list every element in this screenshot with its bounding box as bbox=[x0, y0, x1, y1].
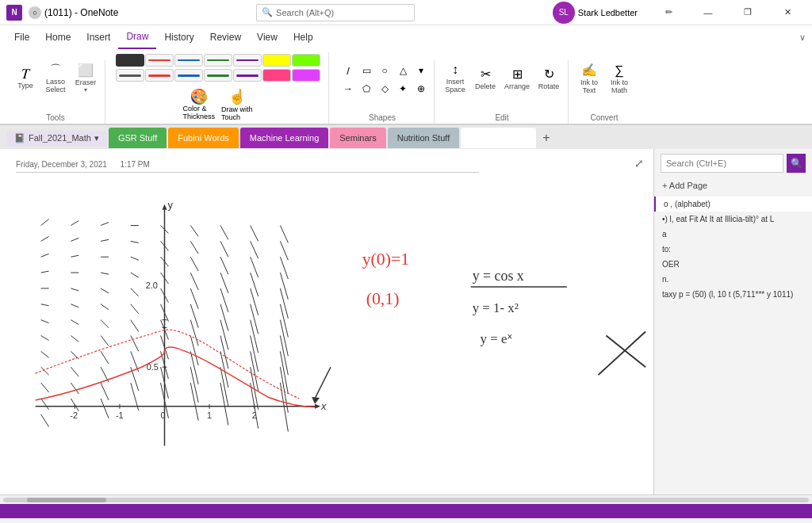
color-thickness-button[interactable]: 🎨 Color &Thickness bbox=[179, 86, 218, 123]
delete-label: Delete bbox=[475, 82, 496, 90]
pen-style-1[interactable] bbox=[116, 69, 144, 82]
ink-to-text-label: Ink toText bbox=[580, 78, 598, 94]
pen-wave-green[interactable] bbox=[204, 54, 232, 67]
pen-dark-solid[interactable] bbox=[116, 54, 144, 67]
highlighter-purple[interactable] bbox=[292, 69, 320, 82]
svg-line-98 bbox=[280, 320, 288, 357]
pen-style-3[interactable] bbox=[174, 69, 203, 82]
page-item-3[interactable]: to: bbox=[654, 242, 812, 257]
svg-line-10 bbox=[41, 383, 49, 392]
pen-style-5[interactable] bbox=[233, 69, 262, 82]
svg-line-66 bbox=[190, 336, 198, 366]
pen-wave-blue[interactable] bbox=[174, 54, 203, 67]
ribbon-tabs: File Home Insert Draw History Review Vie… bbox=[0, 25, 812, 49]
tab-draw[interactable]: Draw bbox=[118, 25, 156, 49]
minimize-button[interactable]: — bbox=[690, 0, 726, 25]
insert-space-label: InsertSpace bbox=[445, 78, 465, 94]
convert-label: Convert bbox=[591, 113, 619, 124]
lasso-select-button[interactable]: ⌒ LassoSelect bbox=[41, 60, 70, 96]
ribbon-group-pens: 🎨 Color &Thickness ☝ Draw withTouch bbox=[107, 52, 329, 124]
touch-icon: ☝ bbox=[228, 88, 246, 105]
page-item-6[interactable]: taxy p = (50) (l, 10 t (5,711*** y 1011) bbox=[654, 287, 812, 302]
section-tab-new[interactable]: New Section 1 bbox=[461, 128, 536, 148]
maximize-button[interactable]: ❐ bbox=[730, 0, 766, 25]
tab-insert[interactable]: Insert bbox=[79, 25, 118, 49]
svg-line-60 bbox=[190, 241, 198, 254]
ribbon-expand[interactable]: ∨ bbox=[799, 32, 806, 43]
equation-y0: y(0)=1 bbox=[362, 250, 410, 269]
close-button[interactable]: ✕ bbox=[769, 0, 806, 25]
highlighter-yellow[interactable] bbox=[262, 54, 291, 67]
pen-row-1 bbox=[116, 54, 320, 67]
user-name: Stark Ledbetter bbox=[578, 8, 638, 17]
section-tab-seminars[interactable]: Seminars bbox=[330, 128, 385, 148]
eraser-button[interactable]: ⬜ Eraser ▾ bbox=[71, 60, 100, 96]
page-item-5[interactable]: n. bbox=[654, 272, 812, 287]
pen-wave-red[interactable] bbox=[145, 54, 174, 67]
shape-more[interactable]: ⊕ bbox=[410, 80, 432, 97]
page-item-2[interactable]: a bbox=[654, 227, 812, 242]
notebook-tab[interactable]: 📓 Fall_2021_Math ▾ bbox=[6, 131, 107, 146]
section-tab-fubini[interactable]: Fubini Words bbox=[168, 128, 239, 148]
cross-line-2 bbox=[599, 332, 646, 376]
title-search: 🔍 Search (Alt+Q) bbox=[118, 4, 552, 21]
section-tab-nutrition[interactable]: Nutrition Stuff bbox=[388, 128, 459, 148]
pen-row-2 bbox=[116, 69, 320, 82]
notebook-icon: 📓 bbox=[14, 133, 25, 143]
eraser-icon: ⬜ bbox=[78, 63, 94, 78]
highlighter-pink[interactable] bbox=[262, 69, 291, 82]
section-tab-ml[interactable]: Machine Learning bbox=[240, 128, 328, 148]
svg-line-2 bbox=[41, 254, 49, 257]
rotate-button[interactable]: ↻ Rotate bbox=[534, 64, 563, 93]
insert-space-button[interactable]: ↕ InsertSpace bbox=[441, 60, 469, 96]
tab-help[interactable]: Help bbox=[285, 25, 321, 49]
tab-view[interactable]: View bbox=[249, 25, 285, 49]
label-0: 0 bbox=[161, 410, 166, 420]
svg-line-62 bbox=[190, 273, 198, 290]
section-tab-gsr[interactable]: GSR Stuff bbox=[109, 128, 167, 148]
add-page-button[interactable]: + Add Page bbox=[654, 178, 812, 193]
pen-style-4[interactable] bbox=[204, 69, 232, 82]
color-thickness-area: 🎨 Color &Thickness ☝ Draw withTouch bbox=[179, 86, 255, 124]
tab-file[interactable]: File bbox=[6, 25, 37, 49]
ink-to-text-button[interactable]: ✍ Ink toText bbox=[575, 60, 603, 97]
note-time: 1:17 PM bbox=[121, 160, 150, 169]
svg-line-31 bbox=[101, 320, 109, 328]
svg-line-97 bbox=[280, 304, 288, 338]
draw-with-touch-button[interactable]: ☝ Draw withTouch bbox=[218, 86, 256, 124]
shapes-expand[interactable]: ▾ bbox=[410, 62, 432, 79]
horizontal-scrollbar[interactable] bbox=[0, 494, 812, 504]
svg-line-22 bbox=[71, 367, 79, 376]
svg-line-32 bbox=[101, 336, 109, 346]
color-label: Color &Thickness bbox=[182, 105, 215, 120]
page-item-0[interactable]: o , (alphabet) bbox=[654, 197, 812, 212]
ink-to-math-button[interactable]: ∑ Ink toMath bbox=[605, 61, 634, 97]
pen-wave-purple[interactable] bbox=[233, 54, 262, 67]
arrange-button[interactable]: ⊞ Arrange bbox=[501, 64, 533, 93]
pen-icon-btn[interactable]: ✏ bbox=[650, 0, 687, 25]
svg-line-42 bbox=[131, 304, 139, 314]
arrow-doodle bbox=[315, 367, 331, 399]
tab-history[interactable]: History bbox=[156, 25, 201, 49]
page-item-1[interactable]: •) l, eat Fit At It at Illicia-tilt)° at… bbox=[654, 212, 812, 227]
tab-review[interactable]: Review bbox=[202, 25, 249, 49]
add-section-button[interactable]: + bbox=[538, 131, 554, 145]
shapes-label: Shapes bbox=[369, 113, 396, 124]
delete-button[interactable]: ✂ Delete bbox=[471, 64, 500, 93]
scroll-thumb[interactable] bbox=[27, 498, 106, 502]
tools-items: 𝑇 Type ⌒ LassoSelect ⬜ Eraser ▾ bbox=[11, 60, 100, 96]
svg-line-72 bbox=[220, 257, 228, 274]
page-item-4[interactable]: OER bbox=[654, 257, 812, 272]
lasso-label: LassoSelect bbox=[45, 78, 65, 94]
expand-button[interactable]: ⤢ bbox=[630, 154, 649, 173]
pen-style-2[interactable] bbox=[145, 69, 174, 82]
highlighter-green[interactable] bbox=[292, 54, 320, 67]
sidebar-search-button[interactable]: 🔍 bbox=[787, 154, 806, 173]
title-search-box[interactable]: 🔍 Search (Alt+Q) bbox=[256, 4, 415, 21]
svg-line-70 bbox=[220, 226, 228, 240]
eraser-expand-icon: ▾ bbox=[84, 86, 87, 94]
sidebar-search-input[interactable] bbox=[661, 154, 783, 173]
type-button[interactable]: 𝑇 Type bbox=[11, 64, 40, 92]
shapes-grid: / ▭ ○ △ ▾ → ⬠ ◇ ✦ ⊕ bbox=[335, 60, 429, 99]
tab-home[interactable]: Home bbox=[37, 25, 79, 49]
